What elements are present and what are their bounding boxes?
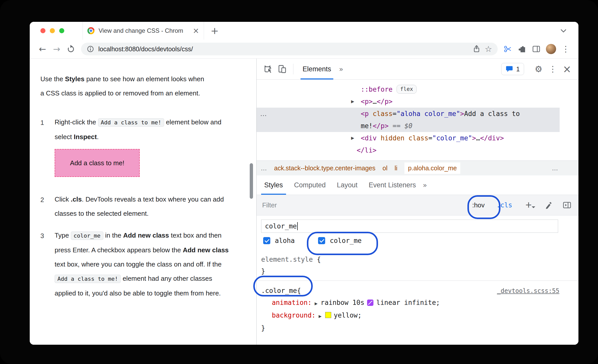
forward-button[interactable]: → — [50, 42, 63, 56]
crumb-stack-block[interactable]: ack.stack--block.type.center-images — [274, 164, 375, 172]
profile-avatar[interactable] — [546, 44, 556, 54]
expand-arrow-icon[interactable]: ▶ — [351, 95, 354, 108]
bezier-editor-icon[interactable] — [367, 299, 374, 306]
class-checkbox-row: aloha color_me — [257, 233, 578, 249]
dom-more-actions[interactable]: … — [260, 108, 267, 120]
tab-event-listeners[interactable]: Event Listeners — [363, 175, 421, 195]
toolbar-separator — [293, 64, 293, 74]
add-class-editor: color_me — [257, 216, 578, 233]
demo-pink-box[interactable]: Add a class to me! — [55, 149, 140, 177]
tab-close-icon[interactable]: × — [193, 27, 199, 35]
inline-code: Add a class to me! — [55, 275, 121, 283]
tab-layout[interactable]: Layout — [331, 175, 363, 195]
browser-menu-icon[interactable]: ⋮ — [559, 42, 572, 56]
devtools-close-icon[interactable]: × — [561, 63, 573, 75]
step-number: 2 — [40, 192, 55, 221]
devtools-toolbar: Elements » 1 ⚙ ⋮ × — [257, 59, 578, 80]
cls-toggle-button[interactable]: .cls — [496, 201, 512, 209]
fullscreen-window-button[interactable] — [59, 28, 64, 33]
more-panels-chevron[interactable]: » — [339, 65, 343, 73]
tab-strip: View and change CSS - Chrom × + — [30, 22, 578, 40]
sidebar-tabs: Styles Computed Layout Event Listeners » — [257, 175, 578, 195]
devtools-settings-gear-icon[interactable]: ⚙ — [533, 63, 544, 75]
dom-row-p-collapsed[interactable]: ▶ <p>…</p> — [257, 95, 578, 108]
tab-elements[interactable]: Elements — [298, 59, 335, 79]
styles-filter-bar: Filter :hov .cls + — [257, 195, 578, 216]
step-number: 1 — [40, 115, 55, 185]
class-toggle-aloha[interactable]: aloha — [263, 237, 295, 244]
issues-counter[interactable]: 1 — [501, 63, 524, 75]
dom-row-before[interactable]: ::beforeflex — [257, 83, 578, 95]
back-button[interactable]: ← — [36, 42, 49, 56]
browser-window: View and change CSS - Chrom × + ← → loca… — [30, 22, 578, 345]
step-1: 1 Right-click the Add a class to me! ele… — [40, 115, 232, 185]
more-tabs-chevron[interactable]: » — [423, 181, 427, 189]
color-swatch-yellow[interactable] — [325, 312, 331, 318]
page-scrollbar-thumb[interactable] — [250, 163, 253, 199]
crumb-selected-p[interactable]: p.aloha.color_me — [404, 162, 460, 174]
device-toolbar-icon[interactable] — [276, 63, 288, 75]
address-bar[interactable]: localhost:8080/docs/devtools/css/ ☆ — [81, 43, 498, 55]
shorthand-expand-icon[interactable]: ▶ — [315, 301, 318, 306]
crumb-overflow-right[interactable]: … — [552, 164, 574, 172]
minimize-window-button[interactable] — [50, 28, 55, 33]
intro-paragraph: Use the Styles pane to see how an elemen… — [40, 72, 206, 100]
dom-row-selected[interactable]: … <p class="aloha color_me">Add a class … — [257, 108, 560, 132]
checkbox-checked-icon[interactable] — [318, 237, 325, 244]
step-number: 3 — [40, 228, 55, 300]
background-property[interactable]: background:▶yellow; — [261, 309, 559, 322]
dom-breadcrumbs: … ack.stack--block.type.center-images ol… — [257, 160, 578, 175]
site-info-icon[interactable] — [87, 45, 94, 53]
inline-code: color_me — [71, 231, 103, 240]
new-tab-button[interactable]: + — [211, 26, 219, 36]
filter-input[interactable]: Filter — [262, 201, 472, 209]
extensions-puzzle-icon[interactable] — [515, 42, 529, 56]
close-window-button[interactable] — [40, 28, 45, 33]
animation-property[interactable]: animation:▶rainbow 10slinear infinite; — [261, 297, 559, 309]
dom-row-div-hidden[interactable]: ▶ <div hidden class="color_me">…</div> — [257, 132, 578, 144]
side-panel-icon[interactable] — [530, 42, 543, 56]
dom-row-li-close[interactable]: </li> — [257, 144, 578, 156]
crumb-li[interactable]: li — [395, 164, 397, 172]
tab-title: View and change CSS - Chrom — [99, 27, 189, 34]
browser-tab[interactable]: View and change CSS - Chrom × — [83, 22, 204, 40]
tab-computed[interactable]: Computed — [289, 175, 332, 195]
hov-toggle-button[interactable]: :hov — [472, 201, 485, 209]
shorthand-expand-icon[interactable]: ▶ — [319, 314, 322, 319]
computed-sidebar-toggle-icon[interactable] — [561, 199, 573, 211]
scissors-extension-icon[interactable] — [501, 42, 514, 56]
share-icon[interactable] — [473, 45, 481, 53]
devtools-menu-icon[interactable]: ⋮ — [547, 63, 559, 75]
rule-selector[interactable]: .color_me — [261, 285, 297, 296]
flex-badge[interactable]: flex — [397, 85, 417, 94]
navigation-bar: ← → localhost:8080/docs/devtools/css/ ☆ — [30, 40, 578, 59]
dollar-zero-ref: $0 — [404, 122, 412, 130]
color-me-rule[interactable]: .color_me { _devtools.scss:55 animation:… — [257, 281, 578, 337]
crumb-overflow-left[interactable]: … — [261, 164, 267, 172]
step-2: 2 Click .cls. DevTools reveals a text bo… — [40, 192, 232, 221]
expand-arrow-icon[interactable]: ▶ — [351, 132, 354, 144]
dom-tree: ::beforeflex ▶ <p>…</p> … <p class="aloh… — [257, 80, 578, 160]
inspect-element-icon[interactable] — [262, 63, 274, 75]
add-new-class-input[interactable]: color_me — [261, 220, 558, 233]
page-content: Use the Styles pane to see how an elemen… — [30, 59, 578, 345]
issues-count: 1 — [516, 65, 520, 73]
checkbox-checked-icon[interactable] — [263, 237, 270, 244]
font-editor-icon[interactable] — [543, 199, 555, 211]
crumb-ol[interactable]: ol — [383, 164, 387, 172]
new-style-rule-button[interactable]: + — [525, 200, 532, 210]
tab-search-chevron-icon[interactable] — [560, 28, 567, 34]
bookmark-star-icon[interactable]: ☆ — [485, 45, 492, 53]
tab-styles[interactable]: Styles — [259, 175, 289, 195]
inline-code: Add a class to me! — [98, 118, 164, 127]
reload-button[interactable] — [64, 42, 77, 56]
message-bubble-icon — [506, 65, 513, 73]
text-caret — [297, 222, 298, 230]
window-controls — [30, 28, 75, 33]
docs-pane: Use the Styles pane to see how an elemen… — [30, 59, 256, 345]
step-3: 3 Type color_me in the Add new class tex… — [40, 228, 232, 300]
class-toggle-color-me[interactable]: color_me — [318, 237, 361, 244]
element-style-rule[interactable]: element.style { } — [257, 249, 578, 281]
url-text[interactable]: localhost:8080/docs/devtools/css/ — [98, 45, 468, 53]
stylesheet-source-link[interactable]: _devtools.scss:55 — [497, 285, 559, 297]
